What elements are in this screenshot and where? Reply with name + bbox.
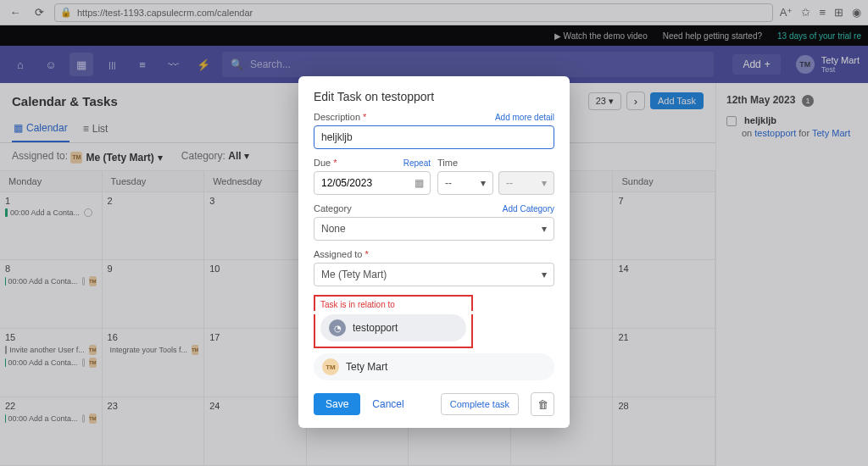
complete-task-button[interactable]: Complete task — [441, 393, 519, 415]
due-date-input[interactable] — [314, 171, 431, 195]
save-button[interactable]: Save — [314, 393, 360, 415]
avatar: TM — [322, 358, 339, 375]
relation-highlight-box: ◔ testopport — [314, 314, 473, 348]
calendar-picker-icon[interactable]: ▦ — [415, 177, 424, 189]
opportunity-icon: ◔ — [329, 319, 346, 336]
modal-title: Edit Task on testopport — [314, 90, 554, 103]
chevron-down-icon: ▾ — [542, 223, 547, 235]
edit-task-modal: Edit Task on testopport Description * Ad… — [298, 76, 570, 428]
chevron-down-icon: ▾ — [481, 177, 486, 189]
add-category-link[interactable]: Add Category — [503, 204, 554, 214]
delete-task-button[interactable]: 🗑 — [531, 392, 554, 416]
chevron-down-icon: ▾ — [542, 269, 547, 280]
trash-icon: 🗑 — [537, 398, 548, 411]
relation-opportunity[interactable]: ◔ testopport — [320, 314, 466, 341]
repeat-link[interactable]: Repeat — [403, 158, 431, 168]
modal-overlay: Edit Task on testopport Description * Ad… — [0, 0, 868, 466]
assigned-to-select[interactable]: Me (Tety Mart)▾ — [314, 263, 554, 286]
tz-select: --▾ — [498, 171, 554, 195]
chevron-down-icon: ▾ — [542, 177, 547, 189]
add-more-detail-link[interactable]: Add more detail — [495, 113, 554, 122]
cancel-button[interactable]: Cancel — [372, 398, 403, 410]
category-select[interactable]: None▾ — [314, 217, 554, 241]
time-select[interactable]: --▾ — [437, 171, 493, 195]
relation-section-label: Task is in relation to — [314, 295, 473, 311]
relation-person[interactable]: TM Tety Mart — [314, 353, 554, 380]
description-input[interactable] — [314, 125, 554, 149]
